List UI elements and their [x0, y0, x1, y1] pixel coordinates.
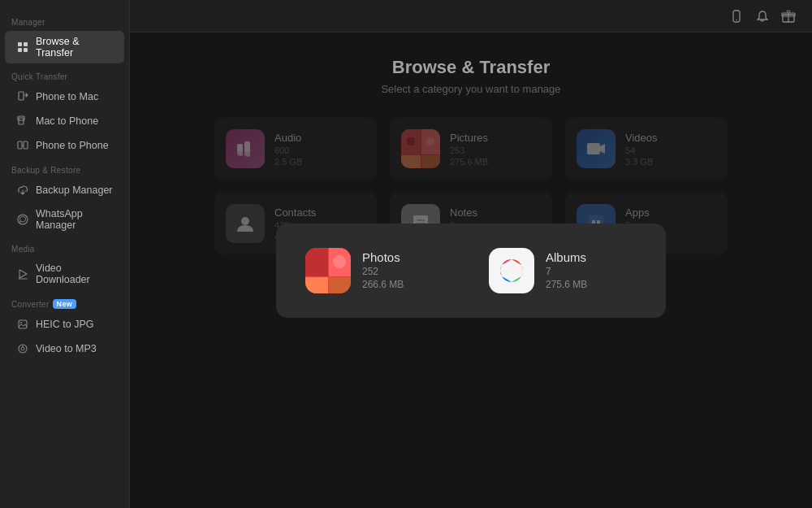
svg-rect-2 — [18, 48, 22, 52]
sidebar-section-backup: Backup & Restore — [0, 158, 129, 178]
sidebar-item-phone-to-phone-label: Phone to Phone — [36, 140, 109, 151]
phone-to-phone-icon — [16, 139, 29, 152]
sidebar-section-manager: Manager — [0, 10, 129, 30]
sidebar-item-heic-to-jpg-label: HEIC to JPG — [36, 319, 94, 330]
svg-rect-4 — [19, 92, 24, 100]
sidebar-item-phone-to-phone[interactable]: Phone to Phone — [5, 134, 124, 157]
svg-rect-5 — [19, 118, 24, 124]
video-to-mp3-icon — [16, 342, 29, 355]
albums-popup-count: 7 — [546, 266, 587, 277]
svg-rect-0 — [18, 42, 22, 46]
svg-rect-7 — [18, 141, 22, 149]
topbar — [130, 0, 812, 33]
svg-rect-8 — [24, 141, 28, 149]
popup: Photos 252 266.6 MB — [276, 224, 666, 318]
sidebar-section-quick-transfer: Quick Transfer — [0, 64, 129, 85]
device-icon[interactable] — [729, 9, 744, 24]
sidebar-item-browse-transfer[interactable]: Browse & Transfer — [5, 31, 124, 63]
photos-popup-name: Photos — [362, 250, 404, 264]
svg-point-37 — [507, 266, 516, 276]
video-downloader-icon — [16, 267, 29, 280]
mac-to-phone-icon — [16, 115, 29, 128]
sidebar-item-mac-to-phone-label: Mac to Phone — [36, 115, 98, 127]
bell-icon[interactable] — [755, 9, 770, 24]
photos-popup-icon — [305, 248, 351, 293]
svg-rect-3 — [24, 48, 28, 52]
whatsapp-icon — [16, 213, 29, 226]
backup-icon — [16, 184, 29, 197]
sidebar-item-video-to-mp3-label: Video to MP3 — [36, 343, 97, 354]
svg-point-14 — [21, 347, 24, 350]
photos-popup-info: Photos 252 266.6 MB — [362, 250, 404, 290]
popup-item-albums[interactable]: Albums 7 275.6 MB — [479, 240, 646, 302]
albums-popup-name: Albums — [546, 250, 587, 264]
sidebar-item-phone-to-mac[interactable]: Phone to Mac — [5, 85, 124, 108]
converter-new-badge: New — [53, 299, 76, 309]
heic-icon — [16, 318, 29, 331]
sidebar-item-video-to-mp3[interactable]: Video to MP3 — [5, 337, 124, 360]
grid-icon — [16, 41, 29, 54]
svg-point-17 — [736, 19, 737, 20]
photos-popup-size: 266.6 MB — [362, 279, 404, 290]
sidebar-item-video-downloader[interactable]: Video Downloader — [5, 258, 124, 290]
sidebar-section-media: Media — [0, 237, 129, 257]
albums-popup-size: 275.6 MB — [546, 279, 587, 290]
popup-item-photos[interactable]: Photos 252 266.6 MB — [296, 240, 463, 302]
sidebar-item-video-downloader-label: Video Downloader — [36, 263, 113, 285]
sidebar-item-backup-manager[interactable]: Backup Manager — [5, 179, 124, 202]
sidebar-item-whatsapp-manager[interactable]: WhatsApp Manager — [5, 203, 124, 236]
svg-marker-10 — [19, 270, 27, 278]
phone-to-mac-icon — [16, 90, 29, 103]
sidebar-item-mac-to-phone[interactable]: Mac to Phone — [5, 110, 124, 132]
sidebar-item-phone-to-mac-label: Phone to Mac — [36, 91, 98, 102]
photos-popup-count: 252 — [362, 266, 404, 277]
sidebar: Manager Browse & Transfer Quick Transfer… — [0, 0, 130, 508]
albums-popup-icon — [489, 248, 534, 293]
sidebar-item-backup-manager-label: Backup Manager — [36, 185, 113, 196]
popup-overlay: Photos 252 266.6 MB — [130, 33, 812, 508]
sidebar-item-heic-to-jpg[interactable]: HEIC to JPG — [5, 313, 124, 336]
content-area: Browse & Transfer Select a category you … — [130, 33, 812, 508]
main-content: Browse & Transfer Select a category you … — [130, 0, 812, 508]
sidebar-item-whatsapp-manager-label: WhatsApp Manager — [36, 208, 113, 231]
gift-icon[interactable] — [781, 9, 796, 24]
sidebar-section-converter: Converter New — [0, 291, 129, 312]
svg-point-12 — [20, 322, 22, 323]
sidebar-item-browse-transfer-label: Browse & Transfer — [36, 36, 113, 59]
albums-popup-info: Albums 7 275.6 MB — [546, 250, 587, 290]
svg-rect-1 — [24, 42, 28, 46]
